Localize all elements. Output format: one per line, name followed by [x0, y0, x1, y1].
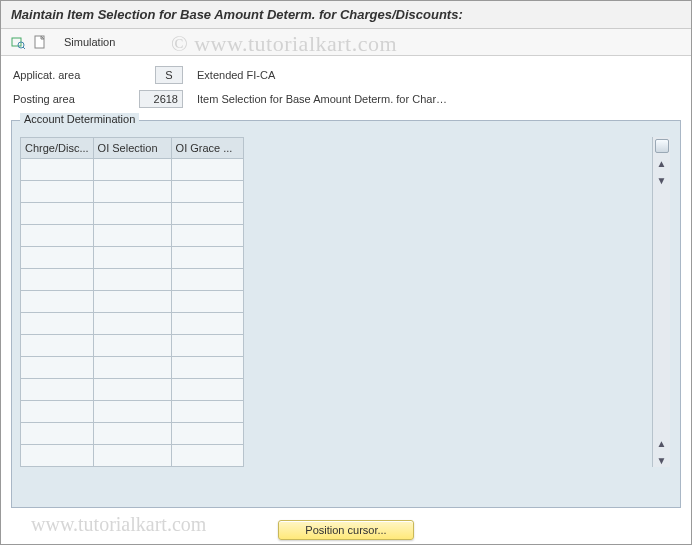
table-cell[interactable] — [171, 159, 243, 181]
svg-line-2 — [23, 47, 25, 49]
grid-wrap: Chrge/Disc... OI Selection OI Grace ... … — [20, 137, 670, 467]
table-cell[interactable] — [171, 379, 243, 401]
table-cell[interactable] — [171, 445, 243, 467]
table-cell[interactable] — [21, 203, 94, 225]
table-cell[interactable] — [93, 181, 171, 203]
table-row[interactable] — [21, 445, 244, 467]
table-row[interactable] — [21, 401, 244, 423]
table-cell[interactable] — [21, 401, 94, 423]
header-fields: Applicat. area S Extended FI-CA Posting … — [1, 56, 691, 112]
table-cell[interactable] — [93, 203, 171, 225]
table-cell[interactable] — [171, 291, 243, 313]
table-cell[interactable] — [93, 313, 171, 335]
table-cell[interactable] — [93, 423, 171, 445]
table-cell[interactable] — [171, 313, 243, 335]
table-cell[interactable] — [93, 269, 171, 291]
table-cell[interactable] — [21, 181, 94, 203]
table-cell[interactable] — [93, 445, 171, 467]
vertical-scrollbar[interactable]: ▲ ▼ ▲ ▼ — [652, 137, 670, 467]
table-cell[interactable] — [21, 247, 94, 269]
simulation-button[interactable]: Simulation — [57, 33, 122, 51]
col-oi-grace[interactable]: OI Grace ... — [171, 138, 243, 159]
table-row[interactable] — [21, 291, 244, 313]
table-cell[interactable] — [171, 423, 243, 445]
table-row[interactable] — [21, 269, 244, 291]
scroll-up2-icon[interactable]: ▲ — [655, 436, 669, 450]
table-row[interactable] — [21, 225, 244, 247]
table-cell[interactable] — [21, 159, 94, 181]
table-cell[interactable] — [21, 269, 94, 291]
title-bar: Maintain Item Selection for Base Amount … — [1, 1, 691, 29]
grid-filler — [244, 137, 652, 467]
table-row[interactable] — [21, 357, 244, 379]
scroll-up-icon[interactable]: ▲ — [655, 156, 669, 170]
account-determination-panel: Account Determination Chrge/Disc... OI S… — [11, 120, 681, 508]
table-cell[interactable] — [21, 291, 94, 313]
col-chrge-disc[interactable]: Chrge/Disc... — [21, 138, 94, 159]
table-cell[interactable] — [93, 159, 171, 181]
table-cell[interactable] — [21, 423, 94, 445]
print-preview-icon[interactable] — [9, 33, 27, 51]
table-row[interactable] — [21, 379, 244, 401]
table-cell[interactable] — [171, 335, 243, 357]
scroll-down-icon[interactable]: ▼ — [655, 173, 669, 187]
table-cell[interactable] — [171, 269, 243, 291]
col-oi-selection[interactable]: OI Selection — [93, 138, 171, 159]
table-row[interactable] — [21, 313, 244, 335]
table-cell[interactable] — [93, 357, 171, 379]
grid-header-row: Chrge/Disc... OI Selection OI Grace ... — [21, 138, 244, 159]
applicat-area-label: Applicat. area — [13, 69, 113, 81]
scroll-thumb[interactable] — [655, 139, 669, 153]
table-cell[interactable] — [93, 247, 171, 269]
posting-area-label: Posting area — [13, 93, 113, 105]
panel-title: Account Determination — [20, 113, 139, 125]
table-cell[interactable] — [171, 357, 243, 379]
bottom-bar: Position cursor... — [1, 520, 691, 540]
page-title: Maintain Item Selection for Base Amount … — [11, 7, 681, 22]
table-cell[interactable] — [93, 291, 171, 313]
table-cell[interactable] — [93, 401, 171, 423]
table-cell[interactable] — [93, 379, 171, 401]
position-cursor-button[interactable]: Position cursor... — [278, 520, 413, 540]
table-cell[interactable] — [21, 313, 94, 335]
posting-area-value[interactable]: 2618 — [139, 90, 183, 108]
table-row[interactable] — [21, 247, 244, 269]
new-page-icon[interactable] — [31, 33, 49, 51]
table-cell[interactable] — [171, 401, 243, 423]
table-row[interactable] — [21, 423, 244, 445]
applicat-area-value[interactable]: S — [155, 66, 183, 84]
table-cell[interactable] — [21, 225, 94, 247]
table-cell[interactable] — [93, 335, 171, 357]
table-row[interactable] — [21, 159, 244, 181]
account-determination-grid[interactable]: Chrge/Disc... OI Selection OI Grace ... — [20, 137, 244, 467]
table-row[interactable] — [21, 181, 244, 203]
posting-area-desc: Item Selection for Base Amount Determ. f… — [193, 93, 613, 105]
table-row[interactable] — [21, 203, 244, 225]
scroll-down2-icon[interactable]: ▼ — [655, 453, 669, 467]
table-cell[interactable] — [21, 445, 94, 467]
table-cell[interactable] — [21, 335, 94, 357]
table-cell[interactable] — [21, 357, 94, 379]
table-cell[interactable] — [171, 203, 243, 225]
applicat-area-desc: Extended FI-CA — [193, 69, 613, 81]
table-cell[interactable] — [171, 247, 243, 269]
table-cell[interactable] — [171, 181, 243, 203]
table-row[interactable] — [21, 335, 244, 357]
toolbar: Simulation — [1, 29, 691, 56]
table-cell[interactable] — [171, 225, 243, 247]
table-cell[interactable] — [93, 225, 171, 247]
table-cell[interactable] — [21, 379, 94, 401]
